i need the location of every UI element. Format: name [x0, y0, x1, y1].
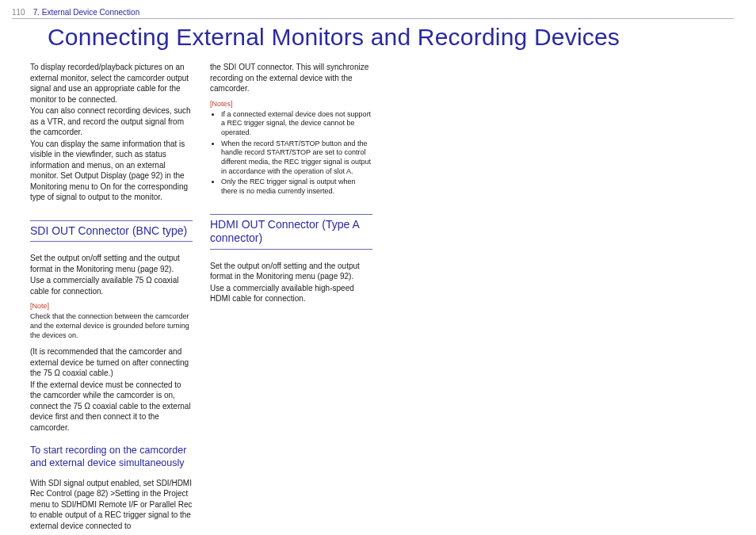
body-paragraph: With SDI signal output enabled, set SDI/… [30, 478, 193, 532]
body-paragraph: Set the output on/off setting and the ou… [30, 253, 193, 274]
note-item: If a connected external device does not … [221, 110, 372, 138]
body-paragraph: the SDI OUT connector. This will synchro… [210, 62, 372, 94]
hdmi-out-heading: HDMI OUT Connector (Type A connector) [210, 214, 372, 250]
intro-paragraph: You can also connect recording devices, … [30, 105, 193, 138]
note-label: [Note] [30, 301, 193, 311]
intro-paragraph: To display recorded/playback pictures on… [30, 62, 193, 105]
body-paragraph: Set the output on/off setting and the ou… [210, 261, 372, 282]
notes-label: [Notes] [210, 99, 372, 109]
sdi-out-heading: SDI OUT Connector (BNC type) [30, 220, 193, 243]
column-2: the SDI OUT connector. This will synchro… [210, 62, 372, 532]
body-paragraph: Use a commercially available high-speed … [210, 283, 372, 304]
column-1: To display recorded/playback pictures on… [30, 62, 193, 532]
page-header: 110 7. External Device Connection [12, 8, 734, 17]
body-paragraph: (It is recommended that the camcorder an… [30, 346, 193, 379]
header-divider [12, 18, 734, 19]
note-item: When the record START/STOP button and th… [221, 139, 372, 177]
manual-page: 110 7. External Device Connection Connec… [0, 0, 756, 535]
simultaneous-recording-heading: To start recording on the camcorder and … [30, 444, 193, 470]
intro-paragraph: You can display the same information tha… [30, 139, 193, 203]
body-paragraph: Use a commercially available 75 Ω coaxia… [30, 275, 193, 296]
body-paragraph: If the external device must be connected… [30, 380, 193, 434]
chapter-label: 7. External Device Connection [33, 8, 140, 17]
page-title: Connecting External Monitors and Recordi… [48, 24, 734, 51]
notes-list: If a connected external device does not … [210, 110, 372, 197]
page-number: 110 [12, 8, 25, 17]
note-text: Check that the connection between the ca… [30, 312, 193, 340]
content-columns: To display recorded/playback pictures on… [30, 62, 734, 532]
note-item: Only the REC trigger signal is output wh… [221, 178, 372, 196]
